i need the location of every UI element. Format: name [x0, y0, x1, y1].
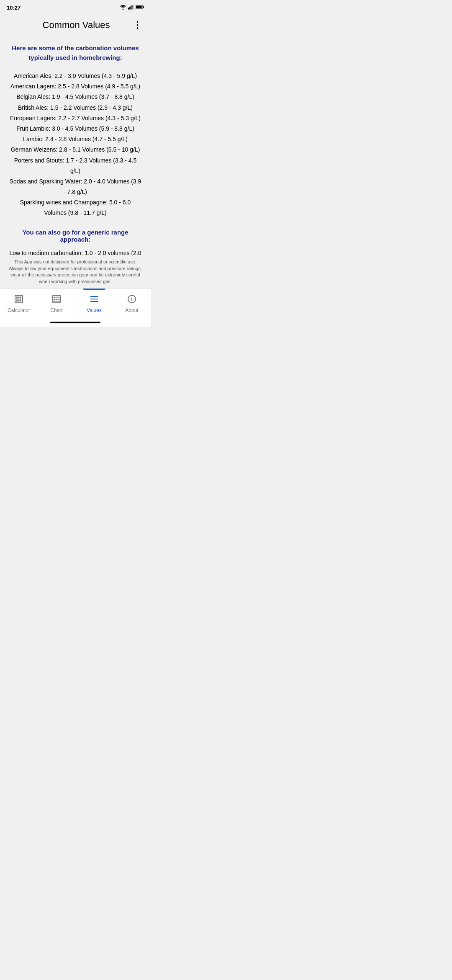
list-item: Fruit Lambic: 3.0 - 4.5 Volumes (5.9 - 8… [8, 124, 142, 134]
calculator-icon [14, 294, 24, 306]
nav-item-about[interactable]: About [113, 289, 151, 318]
svg-rect-5 [133, 5, 134, 9]
list-item: Belgian Ales: 1.9 - 4.5 Volumes (3.7 - 8… [8, 92, 142, 102]
svg-rect-4 [131, 5, 132, 10]
svg-point-0 [123, 9, 124, 10]
overflow-menu-button[interactable]: ⋮ [129, 17, 146, 34]
svg-rect-3 [131, 6, 131, 9]
svg-rect-1 [128, 8, 129, 9]
svg-rect-11 [18, 297, 20, 298]
intro-text: Here are some of the carbonation volumes… [8, 44, 142, 62]
home-bar [50, 322, 100, 323]
status-icons [120, 5, 144, 11]
page-title: Common Values [23, 20, 129, 31]
chart-icon [51, 294, 62, 306]
list-item: American Ales: 2.2 - 3.0 Volumes (4.3 - … [8, 71, 142, 81]
list-item: Low to medium carbonation: 1.0 - 2.0 vol… [8, 248, 142, 256]
list-item: European Lagers: 2.2 - 2.7 Volumes (4.3 … [8, 113, 142, 124]
values-icon [89, 294, 99, 306]
nav-label-values: Values [87, 307, 102, 313]
main-content: Here are some of the carbonation volumes… [0, 37, 151, 255]
wifi-icon [120, 5, 126, 11]
signal-icon [128, 5, 134, 11]
svg-rect-2 [129, 7, 130, 9]
list-item: British Ales: 1.5 - 2.2 Volumes (2.9 - 4… [8, 103, 142, 113]
svg-rect-13 [16, 298, 18, 299]
nav-item-chart[interactable]: Chart [38, 289, 75, 318]
disclaimer: This App was not designed for profession… [0, 255, 151, 288]
nav-label-about: About [125, 307, 138, 313]
list-item: Sodas and Sparkling Water: 2.0 - 4.0 Vol… [8, 176, 142, 197]
overflow-icon: ⋮ [133, 20, 142, 31]
svg-rect-14 [18, 298, 20, 299]
svg-rect-16 [16, 300, 18, 302]
list-item: German Weizens: 2.8 - 5.1 Volumes (5.5 -… [8, 144, 142, 155]
about-icon [127, 294, 137, 306]
list-item: Porters and Stouts: 1.7 - 2.3 Volumes (3… [8, 155, 142, 176]
bottom-navigation: CalculatorChartValuesAbout [0, 288, 151, 318]
svg-rect-8 [136, 5, 142, 8]
svg-rect-15 [20, 298, 21, 299]
svg-rect-12 [20, 297, 21, 298]
svg-rect-10 [16, 297, 18, 298]
section-title: You can also go for a generic range appr… [8, 229, 142, 243]
disclaimer-text: This App was not designed for profession… [9, 259, 142, 284]
app-bar: Common Values ⋮ [0, 13, 151, 37]
status-time: 10:27 [7, 5, 21, 11]
list-item: Lambic: 2.4 - 2.8 Volumes (4.7 - 5.5 g/L… [8, 134, 142, 144]
status-bar: 10:27 [0, 0, 151, 13]
nav-item-values[interactable]: Values [75, 289, 113, 318]
svg-rect-7 [143, 6, 144, 8]
svg-rect-18 [20, 300, 21, 302]
generic-ranges: Low to medium carbonation: 1.0 - 2.0 vol… [8, 248, 142, 256]
list-item: Sparkling wines and Champagne: 5.0 - 6.0… [8, 197, 142, 218]
home-indicator [0, 318, 151, 327]
list-item: American Lagers: 2.5 - 2.8 Volumes (4.9 … [8, 81, 142, 92]
nav-item-calculator[interactable]: Calculator [0, 289, 38, 318]
values-list: American Ales: 2.2 - 3.0 Volumes (4.3 - … [8, 71, 142, 219]
nav-label-calculator: Calculator [8, 307, 30, 313]
svg-rect-17 [18, 300, 20, 302]
svg-point-31 [131, 297, 132, 297]
battery-icon [136, 5, 144, 11]
nav-label-chart: Chart [50, 307, 62, 313]
